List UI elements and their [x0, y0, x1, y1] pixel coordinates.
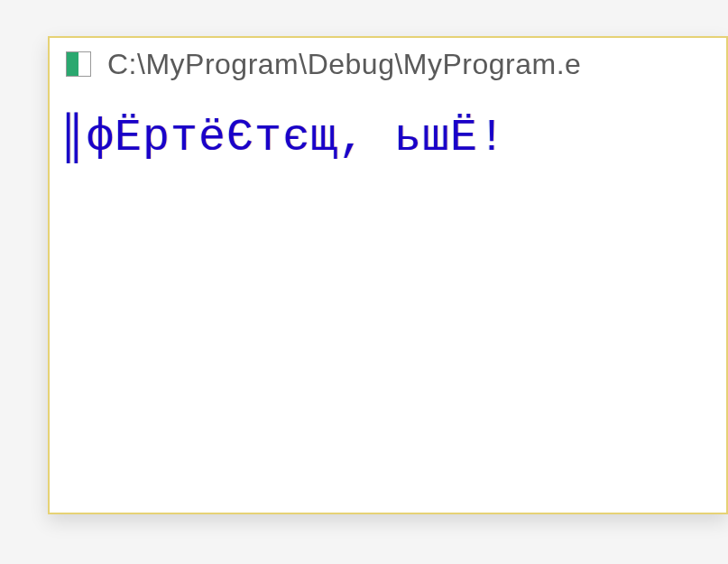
- console-output: ║фЁртёЄтєщ, ьшЁ!: [59, 112, 717, 163]
- window-title: C:\MyProgram\Debug\MyProgram.e: [107, 48, 581, 81]
- console-window[interactable]: C:\MyProgram\Debug\MyProgram.e ║фЁртёЄтє…: [48, 36, 728, 514]
- console-app-icon: [66, 51, 91, 77]
- titlebar[interactable]: C:\MyProgram\Debug\MyProgram.e: [50, 38, 726, 90]
- console-client-area[interactable]: ║фЁртёЄтєщ, ьшЁ!: [50, 90, 726, 513]
